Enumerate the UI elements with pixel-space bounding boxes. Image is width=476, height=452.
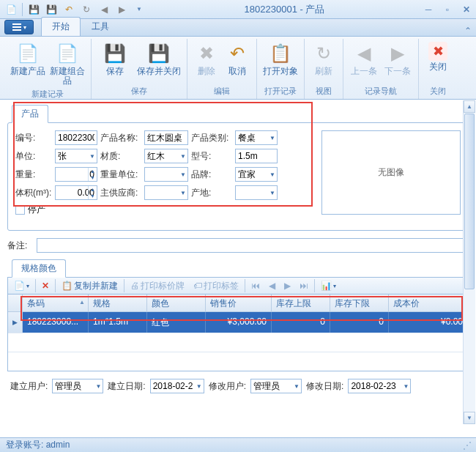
maximize-button[interactable]: ▫ — [441, 4, 454, 15]
new-product-button[interactable]: 📄新建产品 — [9, 40, 47, 78]
prev-record-button: ◀上一条 — [348, 40, 380, 78]
document-icon: 📄 — [56, 42, 79, 65]
qat-dropdown-icon[interactable]: ▼ — [131, 2, 147, 17]
tab-start[interactable]: 开始 — [41, 17, 81, 36]
col-price[interactable]: 销售价 — [206, 294, 272, 311]
nav-prev-button: ◀ — [266, 278, 278, 293]
minimize-button[interactable]: ─ — [422, 4, 435, 15]
new-combo-button[interactable]: 📄新建组合品 — [48, 40, 86, 87]
empty-row — [8, 333, 468, 352]
qat-save-icon[interactable]: 💾 — [26, 2, 42, 17]
scroll-thumb[interactable] — [464, 114, 475, 289]
image-placeholder[interactable]: 无图像 — [321, 130, 461, 215]
product-tab[interactable]: 产品 — [12, 105, 48, 123]
save-close-button[interactable]: 💾保存并关闭 — [135, 40, 182, 78]
brand-combo[interactable] — [235, 167, 278, 182]
export-button[interactable]: 📊▾ — [318, 278, 339, 293]
mod-date-field[interactable] — [348, 379, 411, 393]
label-weight: 重量: — [15, 168, 52, 181]
label-model: 型号: — [191, 150, 232, 163]
cell-cost: ¥0.00 — [389, 312, 468, 333]
table-row[interactable]: ▶ 180223000... 1m*1.5m 红色 ¥3,000.00 0 0 … — [8, 312, 468, 333]
cell-stockmax: 0 — [272, 312, 330, 333]
app-icon[interactable]: 📄 — [3, 2, 19, 17]
label-material: 材质: — [100, 150, 141, 163]
col-stockmin[interactable]: 库存下限 — [330, 294, 389, 311]
qat-undo-icon[interactable]: ↶ — [61, 2, 77, 17]
resize-grip-icon[interactable]: ⋰ — [463, 440, 470, 451]
nav-next-button: ▶ — [281, 278, 294, 293]
delete-row-button[interactable]: ✕ — [39, 278, 52, 293]
discontinued-checkbox[interactable]: 停产 — [15, 204, 45, 216]
qat-next-icon[interactable]: ▶ — [114, 2, 130, 17]
model-input[interactable] — [235, 149, 278, 163]
col-cost[interactable]: 成本价 — [389, 294, 468, 311]
label-origin: 产地: — [191, 187, 232, 199]
cell-barcode: 180223000... — [23, 312, 89, 333]
spinner-buttons[interactable]: ▲▼ — [88, 168, 97, 181]
new-row-button[interactable]: 📄▾ — [11, 278, 32, 293]
grid-toolbar: 📄▾ ✕ 📋复制并新建 🖨打印标价牌 🏷打印标签 ⏮ ◀ ▶ ⏭ 📊▾ — [7, 277, 469, 294]
group-view-label: 视图 — [316, 84, 332, 99]
unit-combo[interactable] — [55, 149, 97, 163]
scroll-down-button[interactable]: ▼ — [464, 412, 475, 424]
cell-color: 红色 — [147, 312, 206, 333]
category-combo[interactable] — [235, 130, 278, 145]
label-remark: 备注: — [7, 240, 32, 252]
qat-refresh-icon[interactable]: ↻ — [78, 2, 94, 17]
group-save-label: 保存 — [131, 84, 147, 99]
cell-stockmin: 0 — [330, 312, 389, 333]
origin-combo[interactable] — [235, 185, 278, 200]
mod-user-field[interactable] — [250, 379, 302, 393]
col-spec[interactable]: 规格 — [89, 294, 147, 311]
remark-input[interactable] — [37, 238, 469, 253]
save-close-icon: 💾 — [147, 42, 171, 65]
qat-save-close-icon[interactable]: 💾 — [43, 2, 59, 17]
close-window-button[interactable]: ✕ — [460, 4, 473, 15]
label-create-date: 建立日期: — [108, 380, 145, 393]
label-brand: 品牌: — [191, 168, 232, 181]
next-record-button: ▶下一条 — [382, 40, 414, 78]
spec-grid: 条码▲ 规格 颜色 销售价 库存上限 库存下限 成本价 ▶ 180223000.… — [7, 294, 469, 371]
open-object-button[interactable]: 📋打开对象 — [261, 40, 300, 78]
col-barcode[interactable]: 条码▲ — [23, 294, 89, 311]
refresh-button: ↻刷新 — [309, 40, 338, 78]
grid-header: 条码▲ 规格 颜色 销售价 库存上限 库存下限 成本价 — [8, 294, 468, 312]
copy-new-button[interactable]: 📋复制并新建 — [59, 278, 121, 293]
empty-row — [8, 352, 468, 371]
refresh-icon: ↻ — [312, 42, 335, 65]
name-input[interactable] — [144, 130, 188, 145]
supplier-combo[interactable] — [144, 185, 188, 200]
row-indicator-icon: ▶ — [8, 312, 23, 333]
ribbon-tabstrip: ▾ 开始 工具 ⌃ — [0, 19, 476, 37]
create-date-field[interactable] — [150, 379, 204, 393]
app-menu-button[interactable]: ▾ — [4, 20, 34, 34]
close-icon: ✖ — [428, 42, 447, 61]
label-code: 编号: — [15, 132, 52, 144]
spec-color-tab[interactable]: 规格颜色 — [12, 259, 66, 278]
ribbon-pin-icon[interactable]: ⌃ — [464, 26, 472, 36]
main-content: 产品 编号: 产品名称: 产品类别: ▼ 单位: ▼ 材质 — [0, 100, 476, 424]
cell-spec: 1m*1.5m — [89, 312, 147, 333]
label-volume: 体积(m³): — [15, 187, 52, 199]
cancel-button[interactable]: ↶取消 — [223, 40, 252, 78]
nav-last-button: ⏭ — [297, 278, 311, 293]
qat-prev-icon[interactable]: ◀ — [96, 2, 112, 17]
label-mod-user: 修改用户: — [209, 380, 246, 393]
delete-icon: ✖ — [195, 42, 218, 65]
col-stockmax[interactable]: 库存上限 — [272, 294, 330, 311]
col-color[interactable]: 颜色 — [147, 294, 206, 311]
vertical-scrollbar[interactable]: ▲ ▼ — [463, 100, 475, 424]
quick-access-toolbar: 📄 💾 💾 ↶ ↻ ◀ ▶ ▼ — [3, 2, 147, 17]
weight-unit-combo[interactable] — [144, 167, 188, 182]
scroll-up-button[interactable]: ▲ — [464, 100, 475, 113]
open-icon: 📋 — [269, 42, 292, 65]
spinner-buttons[interactable]: ▲▼ — [88, 186, 97, 199]
tab-tools[interactable]: 工具 — [81, 17, 120, 36]
code-input[interactable] — [55, 130, 97, 145]
material-combo[interactable] — [144, 149, 188, 163]
nav-first-button: ⏮ — [248, 278, 263, 293]
create-user-field[interactable] — [52, 379, 103, 393]
close-button[interactable]: ✖关闭 — [423, 40, 453, 73]
save-button[interactable]: 💾保存 — [96, 40, 134, 78]
